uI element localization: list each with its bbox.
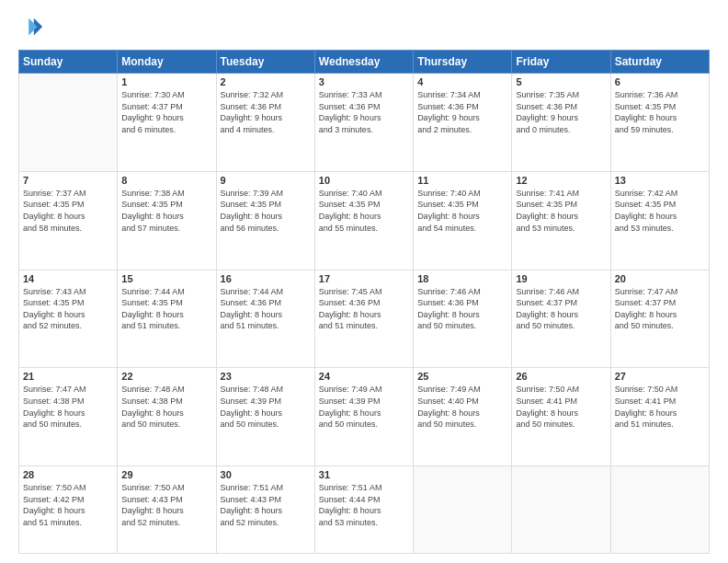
calendar-cell: 27Sunrise: 7:50 AMSunset: 4:41 PMDayligh… [610, 368, 709, 466]
calendar-cell: 23Sunrise: 7:48 AMSunset: 4:39 PMDayligh… [216, 368, 314, 466]
calendar-cell: 29Sunrise: 7:50 AMSunset: 4:43 PMDayligh… [118, 466, 216, 554]
calendar-cell: 26Sunrise: 7:50 AMSunset: 4:41 PMDayligh… [512, 368, 610, 466]
calendar-header-row: SundayMondayTuesdayWednesdayThursdayFrid… [19, 51, 710, 74]
day-number: 16 [221, 273, 311, 284]
calendar-cell: 28Sunrise: 7:50 AMSunset: 4:42 PMDayligh… [19, 466, 118, 554]
day-info: Sunrise: 7:50 AMSunset: 4:43 PMDaylight:… [121, 482, 211, 528]
calendar-cell: 15Sunrise: 7:44 AMSunset: 4:35 PMDayligh… [118, 270, 216, 368]
day-info: Sunrise: 7:35 AMSunset: 4:36 PMDaylight:… [516, 89, 606, 135]
day-info: Sunrise: 7:33 AMSunset: 4:36 PMDaylight:… [319, 89, 409, 135]
day-info: Sunrise: 7:49 AMSunset: 4:39 PMDaylight:… [319, 384, 409, 430]
day-info: Sunrise: 7:42 AMSunset: 4:35 PMDaylight:… [615, 188, 705, 234]
day-number: 2 [221, 76, 311, 87]
calendar-cell: 13Sunrise: 7:42 AMSunset: 4:35 PMDayligh… [610, 171, 709, 270]
calendar-cell: 11Sunrise: 7:40 AMSunset: 4:35 PMDayligh… [414, 171, 512, 270]
day-number: 5 [516, 76, 606, 87]
day-info: Sunrise: 7:51 AMSunset: 4:43 PMDaylight:… [221, 482, 311, 528]
calendar-cell: 20Sunrise: 7:47 AMSunset: 4:37 PMDayligh… [610, 270, 709, 368]
day-info: Sunrise: 7:32 AMSunset: 4:36 PMDaylight:… [221, 89, 311, 135]
day-number: 11 [417, 175, 507, 186]
day-number: 4 [417, 76, 507, 87]
day-info: Sunrise: 7:46 AMSunset: 4:37 PMDaylight:… [516, 286, 606, 332]
day-number: 20 [615, 273, 705, 284]
calendar-cell: 10Sunrise: 7:40 AMSunset: 4:35 PMDayligh… [314, 171, 413, 270]
calendar-weekday-thursday: Thursday [414, 51, 512, 74]
calendar-cell: 2Sunrise: 7:32 AMSunset: 4:36 PMDaylight… [216, 74, 314, 172]
day-info: Sunrise: 7:44 AMSunset: 4:35 PMDaylight:… [121, 286, 211, 332]
page: SundayMondayTuesdayWednesdayThursdayFrid… [0, 0, 728, 563]
logo-icon [18, 15, 44, 40]
day-info: Sunrise: 7:47 AMSunset: 4:38 PMDaylight:… [23, 384, 113, 430]
logo [18, 15, 48, 40]
day-number: 29 [121, 469, 211, 480]
day-number: 13 [615, 175, 705, 186]
day-number: 1 [121, 76, 211, 87]
calendar-table: SundayMondayTuesdayWednesdayThursdayFrid… [18, 50, 710, 554]
calendar-cell: 5Sunrise: 7:35 AMSunset: 4:36 PMDaylight… [512, 74, 610, 172]
calendar-cell: 6Sunrise: 7:36 AMSunset: 4:35 PMDaylight… [610, 74, 709, 172]
day-info: Sunrise: 7:40 AMSunset: 4:35 PMDaylight:… [417, 188, 507, 234]
calendar-cell: 8Sunrise: 7:38 AMSunset: 4:35 PMDaylight… [118, 171, 216, 270]
calendar-cell: 1Sunrise: 7:30 AMSunset: 4:37 PMDaylight… [118, 74, 216, 172]
calendar-weekday-wednesday: Wednesday [314, 51, 413, 74]
day-number: 12 [516, 175, 606, 186]
calendar-cell [512, 466, 610, 554]
calendar-cell: 17Sunrise: 7:45 AMSunset: 4:36 PMDayligh… [314, 270, 413, 368]
day-info: Sunrise: 7:44 AMSunset: 4:36 PMDaylight:… [221, 286, 311, 332]
day-info: Sunrise: 7:40 AMSunset: 4:35 PMDaylight:… [319, 188, 409, 234]
day-info: Sunrise: 7:48 AMSunset: 4:39 PMDaylight:… [221, 384, 311, 430]
day-number: 9 [221, 175, 311, 186]
day-info: Sunrise: 7:37 AMSunset: 4:35 PMDaylight:… [23, 188, 113, 234]
day-number: 27 [615, 371, 705, 382]
day-info: Sunrise: 7:36 AMSunset: 4:35 PMDaylight:… [615, 89, 705, 135]
day-number: 14 [23, 273, 113, 284]
calendar-cell: 16Sunrise: 7:44 AMSunset: 4:36 PMDayligh… [216, 270, 314, 368]
calendar-cell: 30Sunrise: 7:51 AMSunset: 4:43 PMDayligh… [216, 466, 314, 554]
day-info: Sunrise: 7:46 AMSunset: 4:36 PMDaylight:… [417, 286, 507, 332]
day-number: 19 [516, 273, 606, 284]
day-info: Sunrise: 7:45 AMSunset: 4:36 PMDaylight:… [319, 286, 409, 332]
day-info: Sunrise: 7:30 AMSunset: 4:37 PMDaylight:… [121, 89, 211, 135]
day-info: Sunrise: 7:48 AMSunset: 4:38 PMDaylight:… [121, 384, 211, 430]
calendar-cell: 3Sunrise: 7:33 AMSunset: 4:36 PMDaylight… [314, 74, 413, 172]
calendar-cell: 14Sunrise: 7:43 AMSunset: 4:35 PMDayligh… [19, 270, 118, 368]
day-number: 25 [417, 371, 507, 382]
day-info: Sunrise: 7:34 AMSunset: 4:36 PMDaylight:… [417, 89, 507, 135]
calendar-cell: 4Sunrise: 7:34 AMSunset: 4:36 PMDaylight… [414, 74, 512, 172]
calendar-cell: 24Sunrise: 7:49 AMSunset: 4:39 PMDayligh… [314, 368, 413, 466]
day-number: 28 [23, 469, 113, 480]
calendar-cell [414, 466, 512, 554]
day-number: 26 [516, 371, 606, 382]
calendar-cell: 7Sunrise: 7:37 AMSunset: 4:35 PMDaylight… [19, 171, 118, 270]
calendar-cell: 12Sunrise: 7:41 AMSunset: 4:35 PMDayligh… [512, 171, 610, 270]
day-info: Sunrise: 7:41 AMSunset: 4:35 PMDaylight:… [516, 188, 606, 234]
day-info: Sunrise: 7:50 AMSunset: 4:42 PMDaylight:… [23, 482, 113, 528]
calendar-weekday-monday: Monday [118, 51, 216, 74]
calendar-weekday-saturday: Saturday [610, 51, 709, 74]
calendar-cell: 9Sunrise: 7:39 AMSunset: 4:35 PMDaylight… [216, 171, 314, 270]
calendar-week-row: 7Sunrise: 7:37 AMSunset: 4:35 PMDaylight… [19, 171, 710, 270]
day-number: 21 [23, 371, 113, 382]
calendar-week-row: 21Sunrise: 7:47 AMSunset: 4:38 PMDayligh… [19, 368, 710, 466]
calendar-cell: 31Sunrise: 7:51 AMSunset: 4:44 PMDayligh… [314, 466, 413, 554]
day-info: Sunrise: 7:38 AMSunset: 4:35 PMDaylight:… [121, 188, 211, 234]
calendar-weekday-friday: Friday [512, 51, 610, 74]
calendar-cell: 22Sunrise: 7:48 AMSunset: 4:38 PMDayligh… [118, 368, 216, 466]
day-info: Sunrise: 7:50 AMSunset: 4:41 PMDaylight:… [516, 384, 606, 430]
day-info: Sunrise: 7:49 AMSunset: 4:40 PMDaylight:… [417, 384, 507, 430]
day-number: 17 [319, 273, 409, 284]
day-number: 30 [221, 469, 311, 480]
calendar-cell: 19Sunrise: 7:46 AMSunset: 4:37 PMDayligh… [512, 270, 610, 368]
day-number: 6 [615, 76, 705, 87]
calendar-week-row: 1Sunrise: 7:30 AMSunset: 4:37 PMDaylight… [19, 74, 710, 172]
day-info: Sunrise: 7:43 AMSunset: 4:35 PMDaylight:… [23, 286, 113, 332]
calendar-weekday-sunday: Sunday [19, 51, 118, 74]
day-info: Sunrise: 7:51 AMSunset: 4:44 PMDaylight:… [319, 482, 409, 528]
day-info: Sunrise: 7:47 AMSunset: 4:37 PMDaylight:… [615, 286, 705, 332]
day-number: 15 [121, 273, 211, 284]
calendar-cell: 18Sunrise: 7:46 AMSunset: 4:36 PMDayligh… [414, 270, 512, 368]
day-info: Sunrise: 7:50 AMSunset: 4:41 PMDaylight:… [615, 384, 705, 430]
day-number: 24 [319, 371, 409, 382]
header [18, 15, 710, 40]
day-number: 3 [319, 76, 409, 87]
